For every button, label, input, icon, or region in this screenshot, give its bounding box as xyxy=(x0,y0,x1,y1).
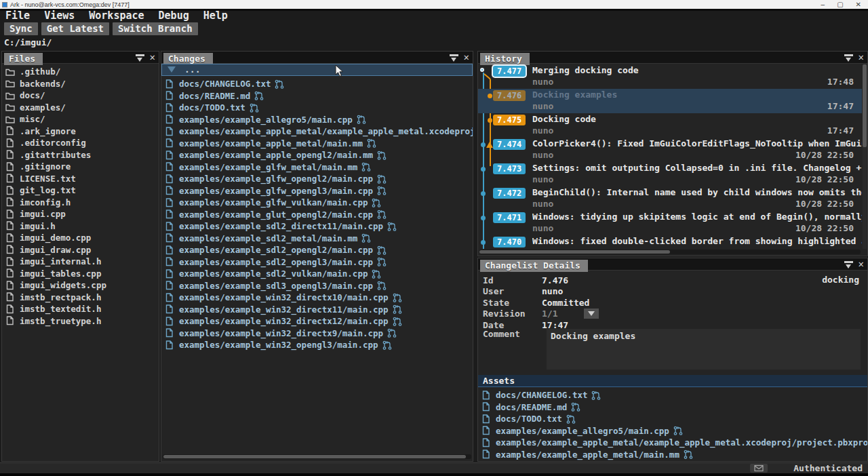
asset-file-row[interactable]: docs/README.md xyxy=(478,401,867,414)
changed-file-row[interactable]: docs/README.md xyxy=(161,90,473,102)
history-tab[interactable]: History xyxy=(480,53,530,65)
file-tree-item[interactable]: imgui.h xyxy=(2,220,159,233)
changed-file-row[interactable]: examples/example_sdl2_opengl2/main.cpp xyxy=(161,244,473,256)
changed-file-row[interactable]: examples/example_sdl2_vulkan/main.cpp xyxy=(161,268,473,280)
asset-file-row[interactable]: docs/TODO.txt xyxy=(478,413,867,425)
filter-icon[interactable] xyxy=(844,54,853,62)
comment-textarea[interactable]: Docking examples xyxy=(547,329,861,370)
asset-file-row[interactable]: examples/example_allegro5/main.cpp xyxy=(478,425,867,437)
mail-button[interactable] xyxy=(750,464,768,473)
file-icon xyxy=(165,269,174,279)
changed-file-row[interactable]: examples/example_apple_metal/main.mm xyxy=(161,138,473,150)
file-tree-item[interactable]: imconfig.h xyxy=(2,197,159,209)
minimize-button[interactable]: – xyxy=(821,0,825,9)
changed-file-row[interactable]: examples/example_glfw_vulkan/main.cpp xyxy=(161,197,473,209)
file-tree-item[interactable]: backends/ xyxy=(2,78,159,90)
file-tree-item[interactable]: docs/ xyxy=(2,90,159,102)
changed-file-row[interactable]: examples/example_sdl2_directx11/main.cpp xyxy=(161,220,473,233)
toolbar-button[interactable]: Sync xyxy=(4,22,38,35)
filter-icon[interactable] xyxy=(450,54,458,62)
menu-item[interactable]: Workspace xyxy=(89,10,144,22)
asset-file-row[interactable]: examples/example_apple_metal/example_app… xyxy=(478,437,867,449)
history-commit-row[interactable]: 7.472 BeginChild(): Internal name used b… xyxy=(478,186,862,211)
filter-icon[interactable] xyxy=(136,54,144,62)
changed-file-row[interactable]: examples/example_glfw_metal/main.mm xyxy=(161,161,473,174)
close-panel-icon[interactable]: ✕ xyxy=(859,53,864,62)
history-commit-row[interactable]: 7.476 Docking examples nuno 17:47 xyxy=(478,89,862,113)
branch-name: docking xyxy=(822,275,859,285)
graph-node-icon xyxy=(481,191,486,196)
filter-icon[interactable] xyxy=(844,260,853,269)
history-commit-row[interactable]: 7.474 ColorPicker4(): Fixed ImGuiColorEd… xyxy=(478,138,862,162)
files-tab[interactable]: Files xyxy=(4,53,43,65)
file-tree-item[interactable]: LICENSE.txt xyxy=(2,173,159,185)
commit-author: nuno xyxy=(532,223,801,233)
file-tree-item[interactable]: imstb_rectpack.h xyxy=(2,292,159,304)
file-icon xyxy=(165,127,174,136)
file-tree-item[interactable]: imgui_widgets.cpp xyxy=(2,279,159,292)
changed-file-row[interactable]: examples/example_sdl2_opengl3/main.cpp xyxy=(161,256,473,269)
asset-file-row[interactable]: examples/example_apple_metal/main.mm xyxy=(478,449,867,461)
close-panel-icon[interactable]: ✕ xyxy=(150,53,155,62)
history-vscrollbar[interactable] xyxy=(863,64,867,249)
toolbar-button[interactable]: Get Latest xyxy=(41,22,109,35)
history-commit-row[interactable]: 7.471 Windows: tidying up skipitems logi… xyxy=(478,211,862,235)
file-tree-item[interactable]: imstb_textedit.h xyxy=(2,303,159,315)
changes-hscrollbar[interactable] xyxy=(163,454,471,459)
file-tree-item[interactable]: imgui_internal.h xyxy=(2,256,159,268)
changelist-details-tab[interactable]: Changelist Details xyxy=(480,260,588,272)
changed-file-row[interactable]: examples/example_sdl2_metal/main.mm xyxy=(161,233,473,245)
revision-dropdown-button[interactable] xyxy=(584,309,599,319)
changed-file-row[interactable]: examples/example_glfw_opengl3/main.cpp xyxy=(161,185,473,197)
changed-file-row[interactable]: examples/example_win32_directx12/main.cp… xyxy=(161,315,473,328)
changed-file-row[interactable]: examples/example_win32_directx10/main.cp… xyxy=(161,292,473,304)
menu-item[interactable]: File xyxy=(5,10,30,22)
file-tree-item[interactable]: .github/ xyxy=(2,66,159,78)
file-tree-item[interactable]: .editorconfig xyxy=(2,137,159,149)
file-tree-item[interactable]: misc/ xyxy=(2,113,159,125)
close-panel-icon[interactable]: ✕ xyxy=(464,53,469,62)
graph-node-icon xyxy=(488,118,492,123)
commit-author: nuno xyxy=(532,150,801,160)
file-tree-item[interactable]: imstb_truetype.h xyxy=(2,315,159,328)
changes-group-row[interactable]: ... xyxy=(161,64,473,76)
maximize-button[interactable]: ▢ xyxy=(837,0,843,9)
file-tree-item[interactable]: imgui_tables.cpp xyxy=(2,268,159,280)
changed-file-row[interactable]: examples/example_win32_directx9/main.cpp xyxy=(161,328,473,340)
file-tree-item[interactable]: examples/ xyxy=(2,102,159,114)
asset-file-row[interactable]: docs/CHANGELOG.txt xyxy=(478,389,867,401)
changed-file-row[interactable]: examples/example_allegro5/main.cpp xyxy=(161,114,473,126)
file-tree-item[interactable]: imgui.cpp xyxy=(2,208,159,220)
menu-item[interactable]: Views xyxy=(44,10,75,22)
graph-node-icon xyxy=(488,94,492,98)
file-tree-item[interactable]: imgui_draw.cpp xyxy=(2,244,159,256)
file-name: misc/ xyxy=(20,114,45,124)
changed-file-row[interactable]: examples/example_glut_opengl2/main.cpp xyxy=(161,209,473,221)
close-panel-icon[interactable]: ✕ xyxy=(859,260,864,269)
changed-file-row[interactable]: docs/TODO.txt xyxy=(161,102,473,114)
changed-file-row[interactable]: examples/example_win32_opengl3/main.cpp xyxy=(161,339,473,351)
changed-file-row[interactable]: examples/example_apple_opengl2/main.mm xyxy=(161,149,473,161)
expander-icon[interactable] xyxy=(167,66,176,73)
history-commit-row[interactable]: 7.470 Windows: fixed double-clicked bord… xyxy=(478,235,862,249)
file-tree-item[interactable]: .gitignore xyxy=(2,161,159,173)
changed-file-row[interactable]: examples/example_win32_directx11/main.cp… xyxy=(161,304,473,316)
close-button[interactable]: ✕ xyxy=(856,0,861,9)
file-tree-item[interactable]: .ark_ignore xyxy=(2,125,159,138)
history-commit-row[interactable]: 7.475 Docking code nuno 17:47 xyxy=(478,113,862,138)
file-tree-item[interactable]: .gitattributes xyxy=(2,149,159,161)
changed-file-row[interactable]: examples/example_apple_metal/example_app… xyxy=(161,125,473,138)
toolbar-button[interactable]: Switch Branch xyxy=(113,22,198,35)
history-commit-row[interactable]: 7.477 Merging docking code nuno 17:48 xyxy=(478,64,862,89)
changed-file-row[interactable]: docs/CHANGELOG.txt xyxy=(161,78,473,90)
menu-item[interactable]: Debug xyxy=(159,10,189,22)
history-commit-row[interactable]: 7.473 Settings: omit outputing Collapsed… xyxy=(478,162,862,186)
changeset-badge: 7.477 xyxy=(493,66,526,77)
file-tree-item[interactable]: git_log.txt xyxy=(2,184,159,197)
file-tree-item[interactable]: imgui_demo.cpp xyxy=(2,232,159,244)
history-hscrollbar[interactable] xyxy=(479,250,861,254)
changed-file-row[interactable]: examples/example_sdl3_opengl3/main.cpp xyxy=(161,280,473,292)
menu-item[interactable]: Help xyxy=(203,10,228,22)
changed-file-row[interactable]: examples/example_glfw_opengl2/main.cpp xyxy=(161,173,473,185)
changed-file-path: examples/example_win32_directx11/main.cp… xyxy=(179,304,389,315)
